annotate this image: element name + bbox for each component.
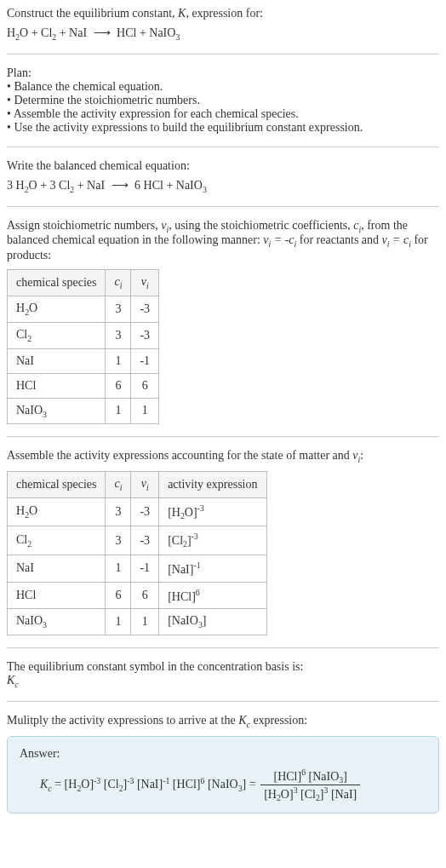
unbalanced-equation: H2O + Cl2 + NaI ⟶ HCl + NaIO3 bbox=[7, 26, 439, 42]
header-species: chemical species bbox=[8, 270, 106, 296]
header-ci: ci bbox=[106, 270, 131, 296]
activity-intro: Assemble the activity expressions accoun… bbox=[7, 449, 439, 464]
cell-vi: -3 bbox=[131, 526, 159, 555]
prompt-section: Construct the equilibrium constant, K, e… bbox=[7, 7, 439, 42]
kc-expression: Kc = [H2O]-3 [Cl2]-3 [NaI]-1 [HCl]6 [NaI… bbox=[20, 767, 426, 803]
prompt-line: Construct the equilibrium constant, K, e… bbox=[7, 7, 439, 20]
cell-ci: 3 bbox=[106, 497, 131, 526]
cell-ci: 3 bbox=[106, 296, 131, 322]
cell-activity: [NaI]-1 bbox=[159, 555, 266, 582]
table-row: NaI 1 -1 [NaI]-1 bbox=[8, 555, 267, 582]
stoich-text: , using the stoichiometric coefficients, bbox=[169, 219, 353, 232]
cell-species: H2O bbox=[8, 296, 106, 322]
stoich-text: for reactants and bbox=[296, 233, 381, 246]
cell-ci: 1 bbox=[106, 555, 131, 582]
cell-species: NaIO3 bbox=[8, 398, 106, 424]
cell-species: NaIO3 bbox=[8, 609, 106, 635]
divider bbox=[7, 436, 439, 437]
table-row: NaIO3 1 1 [NaIO3] bbox=[8, 609, 267, 635]
answer-label: Answer: bbox=[20, 747, 426, 761]
table-row: H2O 3 -3 [H2O]-3 bbox=[8, 497, 267, 526]
stoich-text: Assign stoichiometric numbers, bbox=[7, 219, 161, 232]
plan-title: Plan: bbox=[7, 66, 439, 80]
cell-species: Cl2 bbox=[8, 322, 106, 348]
cell-vi: 1 bbox=[131, 398, 159, 424]
table-row: Cl2 3 -3 [Cl2]-3 bbox=[8, 526, 267, 555]
header-ci: ci bbox=[106, 472, 131, 498]
cell-ci: 3 bbox=[106, 526, 131, 555]
cell-ci: 1 bbox=[106, 398, 131, 424]
activity-text: : bbox=[360, 449, 363, 462]
divider bbox=[7, 701, 439, 702]
header-activity: activity expression bbox=[159, 472, 266, 498]
stoich-table: chemical species ci νi H2O 3 -3 Cl2 3 -3… bbox=[7, 269, 159, 424]
prompt-text-2: , expression for: bbox=[186, 7, 263, 20]
kc-symbol: Kc bbox=[7, 674, 439, 689]
table-header-row: chemical species ci νi bbox=[8, 270, 159, 296]
cell-activity: [H2O]-3 bbox=[159, 497, 266, 526]
table-row: H2O 3 -3 bbox=[8, 296, 159, 322]
table-row: NaI 1 -1 bbox=[8, 348, 159, 373]
relation-products: νi = ci bbox=[382, 233, 411, 246]
table-row: Cl2 3 -3 bbox=[8, 322, 159, 348]
cell-ci: 1 bbox=[106, 609, 131, 635]
cell-species: HCl bbox=[8, 582, 106, 609]
multiply-text: expression: bbox=[250, 714, 307, 727]
symbol-section: The equilibrium constant symbol in the c… bbox=[7, 660, 439, 689]
cell-activity: [HCl]6 bbox=[159, 582, 266, 609]
multiply-text: Mulitply the activity expressions to arr… bbox=[7, 714, 238, 727]
divider bbox=[7, 647, 439, 648]
stoich-section: Assign stoichiometric numbers, νi, using… bbox=[7, 219, 439, 425]
multiply-section: Mulitply the activity expressions to arr… bbox=[7, 714, 439, 814]
answer-box: Answer: Kc = [H2O]-3 [Cl2]-3 [NaI]-1 [HC… bbox=[7, 736, 439, 814]
balanced-equation: 3 H2O + 3 Cl2 + NaI ⟶ 6 HCl + NaIO3 bbox=[7, 178, 439, 194]
fraction-numerator: [HCl]6 [NaIO3] bbox=[260, 767, 360, 785]
balanced-section: Write the balanced chemical equation: 3 … bbox=[7, 159, 439, 194]
cell-ci: 3 bbox=[106, 322, 131, 348]
cell-activity: [NaIO3] bbox=[159, 609, 266, 635]
relation-reactants: νi = -ci bbox=[263, 233, 296, 246]
cell-ci: 6 bbox=[106, 582, 131, 609]
activity-table: chemical species ci νi activity expressi… bbox=[7, 471, 267, 635]
balanced-title: Write the balanced chemical equation: bbox=[7, 159, 439, 173]
cell-activity: [Cl2]-3 bbox=[159, 526, 266, 555]
cell-vi: -3 bbox=[131, 497, 159, 526]
cell-species: NaI bbox=[8, 555, 106, 582]
plan-item: • Determine the stoichiometric numbers. bbox=[7, 94, 439, 107]
cell-vi: 6 bbox=[131, 582, 159, 609]
table-row: HCl 6 6 [HCl]6 bbox=[8, 582, 267, 609]
constant-K: K bbox=[178, 7, 186, 20]
cell-vi: 1 bbox=[131, 609, 159, 635]
cell-vi: -1 bbox=[131, 348, 159, 373]
table-row: NaIO3 1 1 bbox=[8, 398, 159, 424]
cell-ci: 6 bbox=[106, 373, 131, 398]
cell-vi: -1 bbox=[131, 555, 159, 582]
cell-species: NaI bbox=[8, 348, 106, 373]
plan-item: • Assemble the activity expression for e… bbox=[7, 107, 439, 121]
cell-species: HCl bbox=[8, 373, 106, 398]
c-i: ci bbox=[353, 219, 361, 232]
stoich-intro: Assign stoichiometric numbers, νi, using… bbox=[7, 219, 439, 263]
cell-species: H2O bbox=[8, 497, 106, 526]
header-vi: νi bbox=[131, 270, 159, 296]
fraction-denominator: [H2O]3 [Cl2]3 [NaI] bbox=[260, 785, 360, 802]
cell-species: Cl2 bbox=[8, 526, 106, 555]
nu-i: νi bbox=[161, 219, 169, 232]
plan-item: • Balance the chemical equation. bbox=[7, 80, 439, 94]
nu-i: νi bbox=[352, 449, 360, 462]
kc-symbol: Kc bbox=[238, 714, 250, 727]
symbol-line: The equilibrium constant symbol in the c… bbox=[7, 660, 439, 674]
divider bbox=[7, 206, 439, 207]
plan-section: Plan: • Balance the chemical equation. •… bbox=[7, 66, 439, 135]
header-species: chemical species bbox=[8, 472, 106, 498]
cell-vi: 6 bbox=[131, 373, 159, 398]
multiply-line: Mulitply the activity expressions to arr… bbox=[7, 714, 439, 729]
cell-ci: 1 bbox=[106, 348, 131, 373]
table-row: HCl 6 6 bbox=[8, 373, 159, 398]
cell-vi: -3 bbox=[131, 296, 159, 322]
cell-vi: -3 bbox=[131, 322, 159, 348]
divider bbox=[7, 54, 439, 55]
header-vi: νi bbox=[131, 472, 159, 498]
activity-text: Assemble the activity expressions accoun… bbox=[7, 449, 352, 462]
divider bbox=[7, 147, 439, 147]
